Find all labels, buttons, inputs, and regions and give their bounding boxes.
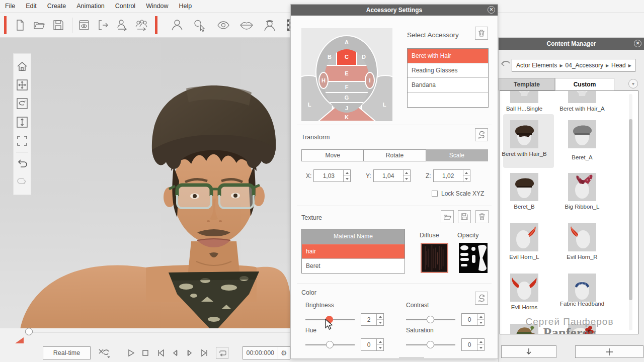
item-label[interactable]: Fabric Headband bbox=[554, 301, 610, 307]
loop-icon[interactable] bbox=[216, 347, 228, 359]
chevron-down-icon[interactable]: ▾ bbox=[628, 79, 638, 88]
z-down-arrow[interactable] bbox=[463, 176, 470, 182]
menu-help[interactable]: Help bbox=[179, 3, 192, 10]
new-project-icon[interactable] bbox=[12, 17, 29, 34]
scale-z-input[interactable] bbox=[434, 170, 463, 182]
dialog-resize-notch[interactable] bbox=[399, 357, 424, 359]
thumbnail-evil-horn-l[interactable] bbox=[510, 223, 538, 251]
scale-x-input[interactable] bbox=[314, 170, 343, 182]
thumbnail-big-ribbon-l[interactable] bbox=[568, 173, 596, 201]
export-icon[interactable] bbox=[95, 17, 112, 34]
eye-icon[interactable] bbox=[215, 17, 232, 34]
home-icon[interactable] bbox=[15, 57, 30, 75]
saturation-knob[interactable] bbox=[427, 341, 434, 348]
actor-export-icon[interactable] bbox=[114, 17, 131, 34]
close-icon[interactable]: ✕ bbox=[488, 6, 495, 14]
item-label[interactable]: Beret with Hair_B bbox=[500, 151, 552, 157]
thumbnail-beret-with-hair-a[interactable] bbox=[568, 90, 596, 103]
contrast-knob[interactable] bbox=[427, 316, 434, 323]
close-icon[interactable]: ✕ bbox=[634, 40, 641, 47]
thumbnail-ball-hat-single[interactable] bbox=[510, 90, 538, 103]
accessory-item-bandana[interactable]: Bandana bbox=[408, 78, 488, 93]
delete-accessory-button[interactable] bbox=[475, 27, 488, 40]
content-scrollbar-thumb[interactable] bbox=[629, 119, 632, 300]
back-icon[interactable] bbox=[500, 60, 511, 70]
item-label[interactable]: Beret_B bbox=[500, 204, 552, 210]
breadcrumb[interactable]: Actor Elements ▶ 04_Accessory ▶ Head ▶ bbox=[512, 59, 635, 72]
thumbnail-beret-b[interactable] bbox=[510, 173, 538, 201]
scale-y-stepper[interactable] bbox=[373, 169, 411, 182]
hue-input[interactable] bbox=[361, 339, 376, 350]
dialog-titlebar[interactable]: Accessory Settings ✕ bbox=[291, 5, 498, 16]
tab-move[interactable]: Move bbox=[301, 149, 364, 161]
playback-mode-icon[interactable] bbox=[97, 346, 111, 359]
scale-y-input[interactable] bbox=[374, 170, 403, 182]
hue-knob[interactable] bbox=[326, 341, 334, 348]
menu-animation[interactable]: Animation bbox=[76, 3, 105, 10]
brightness-down[interactable] bbox=[377, 320, 383, 325]
actor-icon[interactable] bbox=[169, 17, 186, 34]
material-row-hair[interactable]: hair bbox=[302, 244, 405, 258]
pick-icon[interactable] bbox=[192, 17, 209, 34]
mouth-icon[interactable] bbox=[238, 17, 255, 34]
pan-tool-icon[interactable] bbox=[15, 75, 30, 94]
thumbnail-beret-a[interactable] bbox=[568, 120, 596, 148]
avatar-hat-icon[interactable] bbox=[261, 17, 278, 34]
item-label[interactable]: Big Ribbon_L bbox=[554, 204, 610, 210]
hue-stepper[interactable] bbox=[361, 338, 384, 351]
accessory-item-reading-glasses[interactable]: Reading Glasses bbox=[408, 63, 488, 78]
hue-up[interactable] bbox=[377, 339, 383, 345]
y-down-arrow[interactable] bbox=[404, 176, 410, 182]
zoom-tool-icon[interactable] bbox=[15, 113, 30, 131]
fit-view-icon[interactable] bbox=[15, 131, 30, 150]
first-frame-icon[interactable] bbox=[153, 346, 168, 359]
play-icon[interactable] bbox=[123, 346, 138, 359]
contrast-slider[interactable] bbox=[406, 319, 455, 320]
contrast-input[interactable] bbox=[462, 314, 477, 325]
material-row-beret[interactable]: Beret bbox=[302, 258, 405, 273]
menu-create[interactable]: Create bbox=[47, 3, 66, 10]
menu-file[interactable]: File bbox=[5, 3, 15, 10]
contrast-up[interactable] bbox=[477, 314, 484, 320]
open-project-icon[interactable] bbox=[31, 17, 48, 34]
saturation-input[interactable] bbox=[462, 339, 477, 350]
item-label[interactable]: Ball H...Single bbox=[500, 106, 552, 112]
item-label[interactable]: Beret_A bbox=[554, 154, 610, 161]
menu-edit[interactable]: Edit bbox=[26, 3, 37, 10]
saturation-up[interactable] bbox=[477, 339, 484, 345]
texture-delete-button[interactable] bbox=[475, 210, 489, 223]
brightness-input[interactable] bbox=[361, 314, 376, 325]
redo-icon[interactable] bbox=[15, 173, 30, 192]
prev-frame-icon[interactable] bbox=[168, 346, 182, 359]
tab-rotate[interactable]: Rotate bbox=[364, 149, 426, 161]
group-export-icon[interactable] bbox=[133, 17, 150, 34]
contrast-down[interactable] bbox=[477, 320, 484, 325]
tab-template[interactable]: Template bbox=[499, 78, 555, 90]
z-up-arrow[interactable] bbox=[463, 170, 470, 176]
next-frame-icon[interactable] bbox=[183, 346, 197, 359]
tab-custom[interactable]: Custom bbox=[555, 78, 614, 90]
hue-down[interactable] bbox=[377, 345, 383, 350]
saturation-down[interactable] bbox=[477, 345, 484, 350]
save-project-icon[interactable] bbox=[50, 17, 67, 34]
x-up-arrow[interactable] bbox=[344, 170, 350, 176]
opacity-texture-thumbnail[interactable] bbox=[459, 243, 488, 273]
add-content-button[interactable] bbox=[575, 345, 643, 358]
texture-load-button[interactable] bbox=[441, 210, 454, 223]
thumbnail-beret-with-hair-b[interactable] bbox=[510, 120, 538, 148]
hue-slider[interactable] bbox=[305, 344, 355, 345]
scale-x-stepper[interactable] bbox=[313, 169, 351, 182]
content-manager-titlebar[interactable]: Content Manager ✕ bbox=[499, 38, 644, 50]
timeline-track[interactable] bbox=[33, 332, 290, 332]
diffuse-texture-thumbnail[interactable] bbox=[421, 243, 448, 273]
breadcrumb-04-accessory[interactable]: 04_Accessory bbox=[566, 62, 603, 69]
transform-reset-button[interactable] bbox=[475, 128, 488, 141]
lock-scale-checkbox[interactable] bbox=[432, 191, 438, 197]
thumbnail-fabric-headband[interactable] bbox=[568, 274, 596, 302]
brightness-stepper[interactable] bbox=[361, 313, 384, 326]
item-label[interactable]: Beret with Hair_A bbox=[554, 106, 610, 112]
item-label[interactable]: Evil Horn_L bbox=[500, 254, 552, 260]
brightness-up[interactable] bbox=[377, 314, 383, 320]
item-label[interactable]: Evil Horn_R bbox=[554, 254, 610, 260]
timeline-knob[interactable] bbox=[25, 328, 33, 335]
